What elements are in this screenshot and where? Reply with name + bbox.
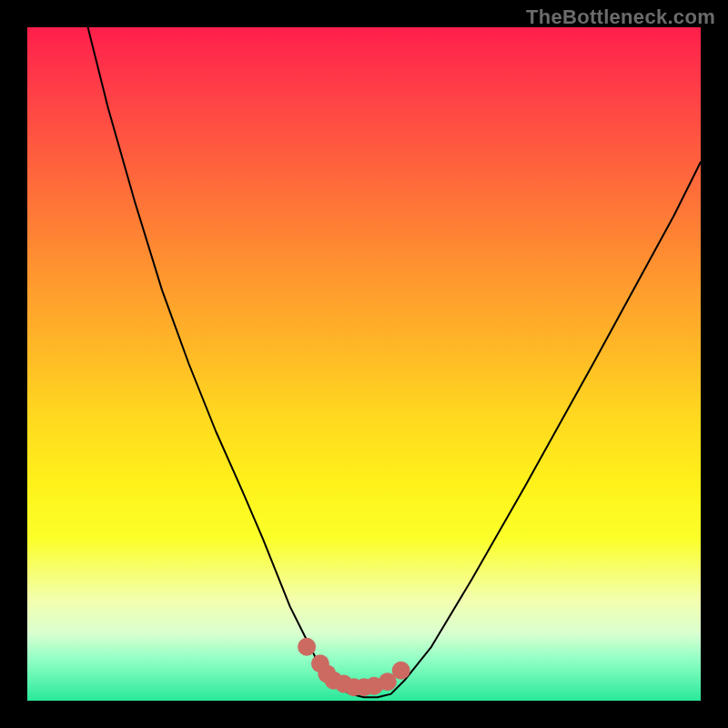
watermark: TheBottleneck.com (526, 5, 715, 29)
bottleneck-curve (88, 27, 701, 697)
bottom-marker-dot (392, 662, 410, 680)
chart-stage: TheBottleneck.com (0, 0, 728, 728)
bottom-marker-group (298, 638, 410, 696)
bottom-marker-dot (298, 638, 316, 656)
chart-svg (27, 27, 701, 701)
